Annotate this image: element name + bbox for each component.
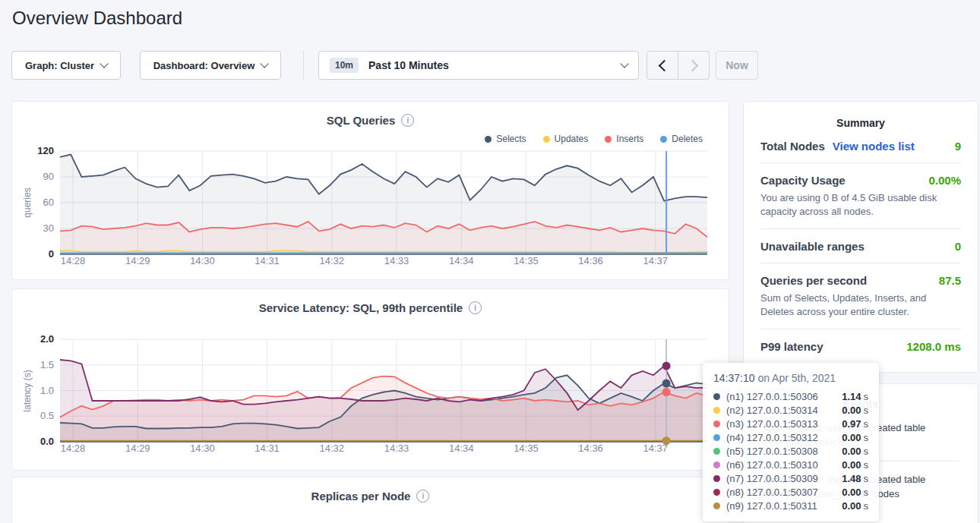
node-color-dot-icon (713, 393, 720, 400)
summary-card: Summary Total Nodes View nodes list 9 Ca… (743, 101, 978, 373)
qps-label: Queries per second (760, 274, 867, 287)
node-color-dot-icon (713, 421, 720, 427)
node-latency-unit: s (864, 473, 869, 484)
summary-row-unavailable: Unavailable ranges 0 (760, 229, 961, 263)
toolbar-divider (303, 51, 304, 80)
svg-text:14:33: 14:33 (384, 255, 409, 266)
svg-text:14:32: 14:32 (320, 443, 345, 454)
node-color-dot-icon (713, 475, 720, 482)
service-latency-chart[interactable]: 14:2814:2914:3014:3114:3214:3314:3414:35… (12, 332, 730, 468)
unavailable-ranges-label: Unavailable ranges (760, 240, 865, 253)
info-icon[interactable] (469, 301, 482, 314)
node-latency-unit: s (864, 418, 869, 430)
node-latency-value: 1.14 (842, 391, 861, 402)
svg-text:14:32: 14:32 (320, 255, 345, 266)
legend-dot-icon (660, 136, 667, 143)
svg-text:14:29: 14:29 (125, 443, 150, 454)
capacity-usage-label: Capacity Usage (760, 174, 846, 187)
view-nodes-list-link[interactable]: View nodes list (833, 140, 915, 153)
svg-text:14:36: 14:36 (578, 255, 603, 266)
service-latency-card: Service Latency: SQL, 99th percentile 14… (11, 288, 729, 471)
qps-value: 87.5 (939, 274, 961, 287)
graph-dropdown[interactable]: Graph: Cluster (11, 51, 121, 80)
total-nodes-value: 9 (955, 140, 961, 153)
legend-label: Selects (496, 134, 526, 144)
legend-label: Deletes (672, 134, 703, 144)
total-nodes-label: Total Nodes (760, 140, 825, 153)
tooltip-node-row: (n8) 127.0.0.1:503070.00s (713, 485, 868, 499)
svg-text:120: 120 (37, 145, 54, 156)
sql-queries-chart[interactable]: 14:2814:2914:3014:3114:3214:3314:3414:35… (12, 144, 730, 278)
node-latency-value: 0.00 (842, 459, 861, 471)
node-address: (n2) 127.0.0.1:50314 (726, 405, 818, 416)
summary-heading: Summary (744, 117, 978, 129)
svg-text:14:33: 14:33 (384, 443, 409, 454)
summary-row-qps: Queries per second 87.5 Sum of Selects, … (760, 263, 961, 329)
tooltip-node-row: (n7) 127.0.0.1:503091.48s (713, 471, 868, 485)
svg-text:90: 90 (43, 171, 54, 182)
page-title: Overview Dashboard (12, 8, 182, 29)
time-range-label: Past 10 Minutes (368, 59, 449, 71)
node-color-dot-icon (713, 407, 720, 414)
legend-item-deletes[interactable]: Deletes (660, 134, 703, 144)
svg-text:14:31: 14:31 (254, 255, 280, 266)
svg-text:14:28: 14:28 (61, 443, 86, 454)
capacity-usage-value: 0.00% (928, 174, 961, 187)
time-range-picker[interactable]: 10m Past 10 Minutes (318, 51, 639, 80)
node-address: (n1) 127.0.0.1:50306 (726, 391, 818, 402)
summary-row-p99: P99 latency 1208.0 ms (760, 329, 961, 363)
tooltip-node-row: (n3) 127.0.0.1:503130.97s (713, 417, 868, 430)
node-latency-value: 0.00 (842, 432, 861, 443)
sql-legend: SelectsUpdatesInsertsDeletes (485, 134, 703, 144)
svg-text:60: 60 (43, 197, 54, 208)
chevron-right-icon (686, 59, 698, 71)
legend-item-selects[interactable]: Selects (485, 134, 526, 144)
node-address: (n4) 127.0.0.1:50312 (726, 432, 818, 443)
summary-row-capacity: Capacity Usage 0.00% You are using 0 B o… (760, 163, 961, 228)
dashboard-dropdown[interactable]: Dashboard: Overview (140, 51, 281, 80)
svg-text:14:35: 14:35 (514, 443, 539, 454)
node-color-dot-icon (713, 462, 720, 468)
time-back-button[interactable] (647, 52, 678, 79)
node-latency-value: 0.00 (842, 487, 861, 498)
now-button: Now (716, 51, 758, 80)
chart-title: Service Latency: SQL, 99th percentile (259, 301, 463, 314)
legend-item-inserts[interactable]: Inserts (605, 134, 643, 144)
info-icon[interactable] (401, 114, 414, 127)
tooltip-node-row: (n4) 127.0.0.1:503120.00s (713, 430, 868, 444)
node-latency-value: 0.97 (842, 418, 861, 430)
node-address: (n9) 127.0.0.1:50311 (726, 500, 817, 512)
tooltip-node-row: (n6) 127.0.0.1:503100.00s (713, 458, 868, 471)
node-address: (n7) 127.0.0.1:50309 (726, 473, 818, 484)
node-latency-unit: s (864, 405, 869, 416)
legend-label: Inserts (616, 134, 643, 144)
svg-text:2.0: 2.0 (40, 333, 54, 345)
p99-latency-label: P99 latency (760, 340, 824, 353)
overview-dashboard-page: Overview Dashboard Graph: Cluster Dashbo… (0, 0, 980, 523)
time-forward-button (678, 52, 709, 79)
node-latency-unit: s (864, 391, 869, 402)
tooltip-node-row: (n5) 127.0.0.1:503080.00s (713, 444, 868, 458)
time-range-badge: 10m (330, 58, 359, 73)
node-color-dot-icon (713, 503, 720, 509)
info-icon[interactable] (416, 490, 429, 503)
qps-desc: Sum of Selects, Updates, Inserts, and De… (760, 291, 961, 319)
svg-text:1.0: 1.0 (40, 385, 54, 396)
capacity-usage-desc: You are using 0 B of 4.5 GiB usable disk… (760, 191, 961, 219)
node-address: (n8) 127.0.0.1:50307 (726, 487, 818, 498)
legend-item-updates[interactable]: Updates (543, 134, 589, 144)
node-latency-value: 0.00 (842, 446, 861, 457)
tooltip-rows: (n1) 127.0.0.1:503061.14s(n2) 127.0.0.1:… (713, 389, 868, 512)
svg-text:0: 0 (49, 248, 54, 260)
legend-label: Updates (555, 134, 589, 144)
chevron-down-icon (620, 59, 628, 68)
sql-queries-card: SQL Queries SelectsUpdatesInsertsDeletes… (11, 101, 729, 280)
node-color-dot-icon (713, 434, 720, 441)
svg-text:30: 30 (43, 222, 54, 234)
svg-text:14:37: 14:37 (643, 255, 669, 266)
replicas-card: Replicas per Node (11, 477, 729, 523)
node-latency-unit: s (864, 500, 869, 512)
chevron-down-icon (261, 59, 269, 68)
chart-hover-tooltip: 14:37:10 on Apr 5th, 2021 (n1) 127.0.0.1… (703, 363, 879, 521)
node-address: (n6) 127.0.0.1:50310 (726, 459, 818, 471)
